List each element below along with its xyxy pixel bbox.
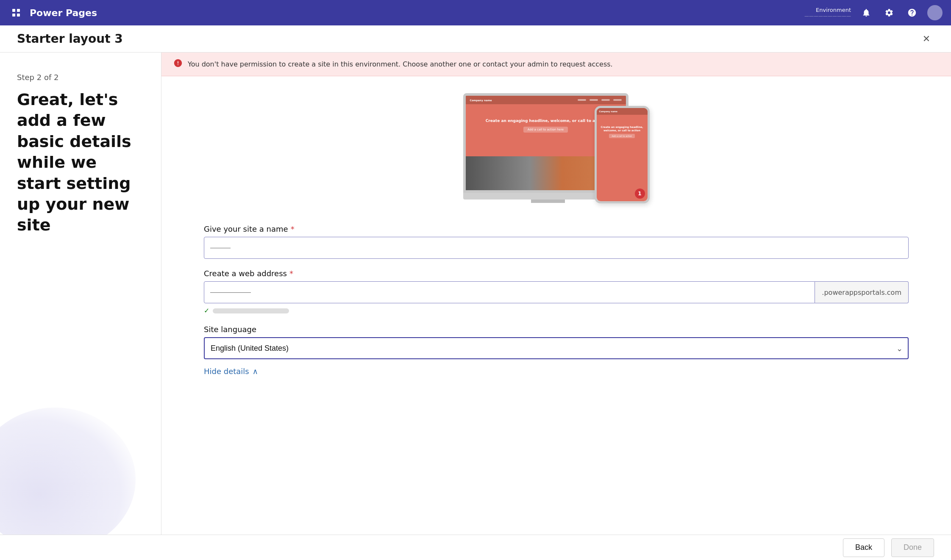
right-panel: You don't have permission to create a si… [161, 53, 951, 535]
svg-rect-0 [12, 9, 15, 12]
decorative-blob [0, 408, 136, 535]
nav-link-4 [613, 99, 622, 101]
footer: Back Done [0, 535, 951, 560]
company-name-label: Company name [470, 99, 492, 102]
phone-screen: Company name Create an engaging headline… [597, 108, 648, 201]
preview-area: Company name Create an engaging headline… [161, 76, 951, 225]
svg-rect-3 [17, 14, 20, 17]
laptop-hero-text: Create an engaging headline, welcome, or… [486, 118, 606, 124]
phone-badge: 1 [635, 189, 645, 199]
help-icon[interactable] [904, 5, 920, 20]
error-circle-icon [173, 58, 183, 70]
error-message: You don't have permission to create a si… [188, 60, 613, 68]
main-layout: Step 2 of 2 Great, let's add a few basic… [0, 53, 951, 535]
top-nav: Power Pages Environment —————————— [0, 0, 951, 25]
page-title: Starter layout 3 [17, 32, 123, 46]
web-address-row: .powerappsportals.com [204, 281, 909, 303]
left-panel: Step 2 of 2 Great, let's add a few basic… [0, 53, 161, 535]
web-address-label: Create a web address * [204, 269, 909, 278]
validation-text [213, 308, 289, 313]
site-language-label: Site language [204, 325, 909, 334]
laptop-nav-bar: Company name [466, 96, 626, 104]
step-label: Step 2 of 2 [17, 73, 144, 82]
site-language-select-wrapper: English (United States) French (France) … [204, 337, 909, 359]
settings-icon[interactable] [881, 5, 897, 20]
nav-link-3 [601, 99, 610, 101]
validation-check-icon: ✓ [204, 307, 209, 315]
hide-details-label: Hide details [204, 367, 249, 376]
phone-hero-btn: Add a call to action [609, 134, 634, 138]
svg-rect-1 [17, 9, 20, 12]
notifications-icon[interactable] [859, 5, 874, 20]
laptop-stand [531, 200, 565, 203]
phone-hero-text: Create an engaging headline, welcome, or… [598, 125, 646, 132]
back-button[interactable]: Back [843, 538, 884, 557]
laptop-hero-btn: Add a call to action here [523, 127, 568, 133]
app-title: Power Pages [30, 8, 804, 18]
device-mockup: Company name Create an engaging headline… [463, 93, 650, 212]
close-button[interactable]: ✕ [919, 31, 934, 47]
environment-info: Environment —————————— [804, 7, 851, 19]
svg-rect-2 [12, 14, 15, 17]
left-heading: Great, let's add a few basic details whi… [17, 89, 144, 236]
hide-details-link[interactable]: Hide details ∧ [204, 367, 909, 376]
error-banner: You don't have permission to create a si… [161, 53, 951, 76]
site-language-select[interactable]: English (United States) French (France) … [204, 337, 909, 359]
nav-link-1 [578, 99, 586, 101]
done-button[interactable]: Done [891, 538, 934, 557]
grid-icon[interactable] [8, 5, 24, 20]
form-area: Give your site a name * Create a web add… [161, 225, 951, 393]
web-validation-row: ✓ [204, 307, 909, 315]
header-bar: Starter layout 3 ✕ [0, 25, 951, 53]
site-name-label: Give your site a name * [204, 225, 909, 233]
nav-right: Environment —————————— [804, 5, 943, 20]
laptop-nav-links [578, 99, 622, 101]
web-address-input[interactable] [204, 281, 815, 303]
site-name-input[interactable] [204, 237, 909, 259]
phone-company-name: Company name [599, 110, 617, 113]
phone-mockup: Company name Create an engaging headline… [595, 106, 650, 203]
phone-nav-bar: Company name [597, 108, 648, 115]
web-suffix: .powerappsportals.com [815, 281, 909, 303]
required-star-web: * [289, 269, 293, 278]
nav-link-2 [590, 99, 598, 101]
avatar[interactable] [927, 5, 943, 20]
required-star-name: * [291, 225, 295, 233]
phone-hero: Create an engaging headline, welcome, or… [597, 115, 648, 149]
chevron-up-icon: ∧ [253, 367, 258, 376]
